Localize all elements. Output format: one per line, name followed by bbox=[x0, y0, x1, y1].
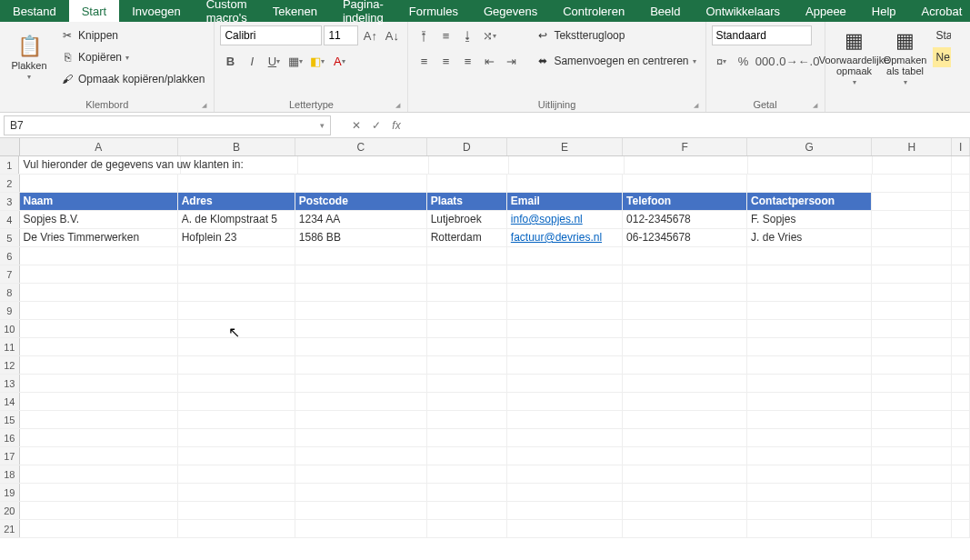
cell[interactable] bbox=[952, 229, 970, 246]
paste-button[interactable]: 📋 Plakken bbox=[5, 25, 53, 89]
align-top-button[interactable]: ⭱ bbox=[414, 25, 434, 45]
name-box[interactable]: B7 ▾ bbox=[4, 115, 331, 135]
cell[interactable] bbox=[747, 356, 872, 374]
cell[interactable]: Telefoon bbox=[623, 193, 747, 210]
row-header-14[interactable]: 14 bbox=[0, 393, 20, 410]
indent-decrease-button[interactable]: ⇤ bbox=[479, 51, 499, 71]
cell[interactable] bbox=[747, 429, 872, 446]
cell[interactable] bbox=[872, 284, 952, 301]
cell[interactable] bbox=[295, 247, 427, 265]
cell[interactable] bbox=[747, 338, 872, 355]
cell[interactable] bbox=[427, 247, 507, 265]
cell[interactable] bbox=[20, 247, 178, 265]
cell[interactable] bbox=[872, 338, 952, 355]
cell[interactable] bbox=[507, 484, 623, 501]
increase-font-icon[interactable]: A↑ bbox=[360, 25, 380, 45]
percent-button[interactable]: % bbox=[734, 51, 754, 71]
cell[interactable] bbox=[427, 175, 507, 192]
cell[interactable]: Vul hieronder de gegevens van uw klanten… bbox=[19, 156, 181, 174]
cell[interactable]: A. de Klompstraat 5 bbox=[178, 211, 295, 228]
row-header-2[interactable]: 2 bbox=[0, 175, 20, 192]
cell[interactable] bbox=[952, 502, 970, 519]
cell[interactable] bbox=[952, 356, 970, 374]
decrease-decimal-button[interactable]: ←.0 bbox=[799, 51, 819, 71]
tab-insert[interactable]: Invoegen bbox=[119, 0, 194, 22]
cell[interactable] bbox=[872, 356, 952, 374]
cell[interactable] bbox=[427, 375, 507, 392]
cell[interactable] bbox=[20, 375, 178, 392]
cell[interactable] bbox=[623, 320, 747, 337]
col-header-h[interactable]: H bbox=[872, 138, 952, 155]
cell[interactable] bbox=[952, 338, 970, 355]
cell[interactable]: Sopjes B.V. bbox=[20, 211, 178, 228]
cell[interactable] bbox=[507, 502, 623, 519]
tab-layout[interactable]: Pagina-indeling bbox=[330, 0, 396, 22]
conditional-formatting-button[interactable]: ▦ Voorwaardelijke opmaak bbox=[831, 25, 878, 89]
cell[interactable] bbox=[298, 156, 429, 174]
row-header-17[interactable]: 17 bbox=[0, 447, 20, 465]
row-header-15[interactable]: 15 bbox=[0, 411, 20, 428]
tab-review[interactable]: Controleren bbox=[550, 0, 637, 22]
cell[interactable] bbox=[178, 302, 295, 319]
cell[interactable] bbox=[178, 484, 295, 501]
cell[interactable] bbox=[952, 393, 970, 410]
orientation-button[interactable]: ⤭ bbox=[479, 25, 499, 45]
cut-button[interactable]: ✂ Knippen bbox=[56, 25, 208, 45]
cell[interactable] bbox=[295, 447, 427, 465]
cell[interactable] bbox=[20, 447, 178, 465]
cell[interactable] bbox=[623, 302, 747, 319]
cell[interactable] bbox=[507, 520, 623, 537]
cell[interactable] bbox=[295, 265, 427, 283]
cell[interactable]: Rotterdam bbox=[427, 229, 507, 246]
cancel-formula-icon[interactable]: ✕ bbox=[347, 119, 365, 132]
cell[interactable] bbox=[507, 338, 623, 355]
cell[interactable]: factuur@devries.nl bbox=[507, 229, 623, 246]
cell[interactable] bbox=[295, 484, 427, 501]
cell[interactable] bbox=[952, 447, 970, 465]
cell[interactable] bbox=[747, 284, 872, 301]
cell[interactable]: Postcode bbox=[295, 193, 427, 210]
cell[interactable] bbox=[295, 302, 427, 319]
cell[interactable] bbox=[20, 284, 178, 301]
cell[interactable] bbox=[181, 156, 298, 174]
cell[interactable] bbox=[427, 429, 507, 446]
cell[interactable]: 012-2345678 bbox=[623, 211, 747, 228]
cell[interactable] bbox=[20, 393, 178, 410]
cell[interactable] bbox=[295, 502, 427, 519]
cell[interactable] bbox=[20, 411, 178, 428]
cell[interactable] bbox=[509, 156, 625, 174]
cell[interactable] bbox=[623, 429, 747, 446]
col-header-f[interactable]: F bbox=[623, 138, 747, 155]
tab-acrobat[interactable]: Acrobat bbox=[909, 0, 970, 22]
row-header-8[interactable]: 8 bbox=[0, 284, 20, 301]
tab-help[interactable]: Help bbox=[859, 0, 909, 22]
cell[interactable] bbox=[427, 447, 507, 465]
cell[interactable] bbox=[872, 211, 952, 228]
cell[interactable] bbox=[747, 375, 872, 392]
cell[interactable] bbox=[178, 265, 295, 283]
cell[interactable] bbox=[295, 338, 427, 355]
row-header-20[interactable]: 20 bbox=[0, 502, 20, 519]
cell[interactable] bbox=[20, 265, 178, 283]
cell[interactable] bbox=[623, 502, 747, 519]
tab-view[interactable]: Beeld bbox=[637, 0, 693, 22]
cell[interactable] bbox=[178, 393, 295, 410]
indent-increase-button[interactable]: ⇥ bbox=[501, 51, 521, 71]
cell[interactable] bbox=[427, 484, 507, 501]
cell[interactable] bbox=[178, 247, 295, 265]
cell[interactable] bbox=[507, 411, 623, 428]
cell[interactable] bbox=[952, 175, 970, 192]
cell[interactable] bbox=[295, 429, 427, 446]
cell[interactable] bbox=[507, 175, 623, 192]
col-header-d[interactable]: D bbox=[427, 138, 507, 155]
cell[interactable] bbox=[872, 302, 952, 319]
cell[interactable] bbox=[872, 247, 952, 265]
cell[interactable] bbox=[178, 411, 295, 428]
align-bottom-button[interactable]: ⭳ bbox=[457, 25, 477, 45]
tab-formulas[interactable]: Formules bbox=[396, 0, 471, 22]
cell[interactable] bbox=[623, 356, 747, 374]
cell[interactable] bbox=[507, 375, 623, 392]
cell[interactable] bbox=[20, 465, 178, 483]
cell[interactable]: Lutjebroek bbox=[427, 211, 507, 228]
cell[interactable] bbox=[747, 502, 872, 519]
